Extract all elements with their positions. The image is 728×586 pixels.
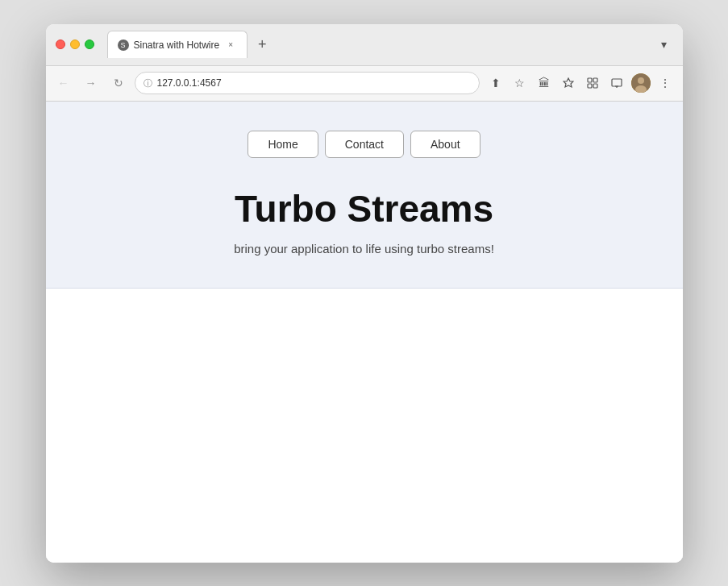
main-content-area xyxy=(46,289,683,563)
about-nav-button[interactable]: About xyxy=(410,131,480,158)
more-button[interactable]: ⋮ xyxy=(654,72,676,94)
share-icon[interactable]: ⬆ xyxy=(485,72,507,94)
tab-title: Sinatra with Hotwire xyxy=(134,39,220,51)
svg-rect-0 xyxy=(588,78,592,82)
forward-button[interactable]: → xyxy=(80,72,102,94)
svg-rect-1 xyxy=(593,78,597,82)
url-text: 127.0.0.1:4567 xyxy=(157,77,222,89)
page-title: Turbo Streams xyxy=(235,187,493,231)
home-nav-button[interactable]: Home xyxy=(248,131,318,158)
active-tab[interactable]: S Sinatra with Hotwire × xyxy=(107,31,248,58)
hero-section: Home Contact About Turbo Streams bring y… xyxy=(46,102,683,289)
svg-rect-3 xyxy=(593,84,597,88)
reload-button[interactable]: ↻ xyxy=(107,72,130,94)
contact-nav-button[interactable]: Contact xyxy=(325,131,404,158)
page-subtitle: bring your application to life using tur… xyxy=(234,242,494,256)
minimize-button[interactable] xyxy=(70,39,80,49)
maximize-button[interactable] xyxy=(85,39,94,49)
tab-area: S Sinatra with Hotwire × + xyxy=(107,31,648,58)
traffic-lights xyxy=(56,39,94,49)
user-avatar xyxy=(631,73,651,93)
svg-rect-4 xyxy=(612,79,622,86)
tab-close-button[interactable]: × xyxy=(224,39,237,52)
address-bar: ← → ↻ ⓘ 127.0.0.1:4567 ⬆ ☆ 🏛 xyxy=(46,66,683,102)
url-bar[interactable]: ⓘ 127.0.0.1:4567 xyxy=(135,72,480,94)
toolbar-icons: ⬆ ☆ 🏛 xyxy=(485,72,676,94)
tab-dropdown-button[interactable]: ▾ xyxy=(655,35,673,54)
screen-icon[interactable] xyxy=(605,72,628,94)
tab-favicon: S xyxy=(118,39,129,51)
back-button[interactable]: ← xyxy=(52,72,75,94)
puzzle-icon[interactable] xyxy=(581,72,604,94)
extensions-icon[interactable] xyxy=(557,72,580,94)
history-icon[interactable]: 🏛 xyxy=(533,72,555,94)
svg-rect-2 xyxy=(588,84,592,88)
page-content: Home Contact About Turbo Streams bring y… xyxy=(46,102,683,563)
avatar[interactable] xyxy=(630,72,652,94)
bookmark-icon[interactable]: ☆ xyxy=(509,72,531,94)
nav-buttons: Home Contact About xyxy=(248,131,480,158)
close-button[interactable] xyxy=(56,39,65,49)
secure-icon: ⓘ xyxy=(144,77,152,89)
new-tab-button[interactable]: + xyxy=(251,33,273,56)
title-bar: S Sinatra with Hotwire × + ▾ xyxy=(46,24,683,66)
browser-window: S Sinatra with Hotwire × + ▾ ← → ↻ ⓘ 127… xyxy=(46,24,683,563)
svg-point-8 xyxy=(638,77,644,84)
